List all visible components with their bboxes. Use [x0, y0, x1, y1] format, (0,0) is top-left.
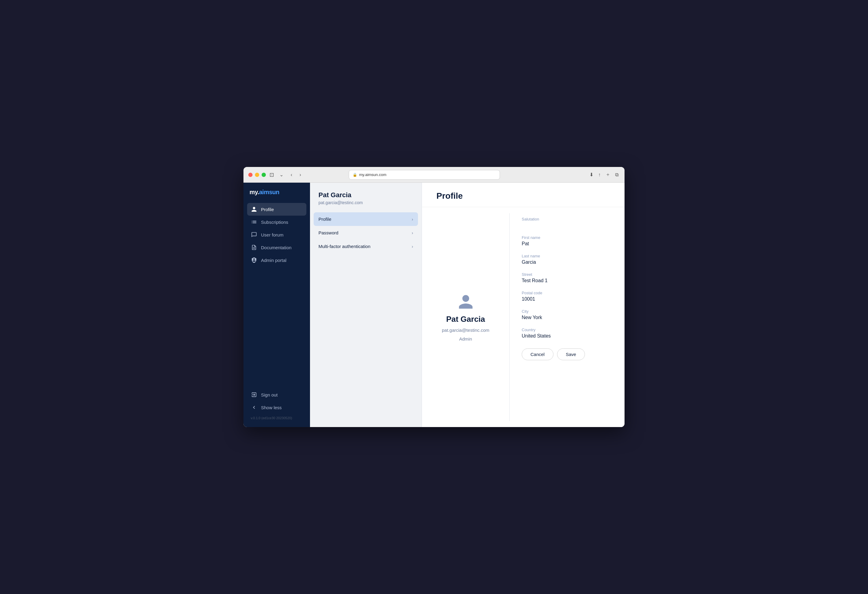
maximize-button[interactable] [261, 173, 266, 177]
doc-icon [251, 244, 257, 251]
traffic-lights [248, 173, 266, 177]
profile-right: Salutation First name Pat Last name Garc… [509, 207, 624, 427]
main-body: Pat Garcia pat.garcia@testinc.com Admin … [422, 207, 624, 427]
salutation-label: Salutation [522, 217, 613, 222]
middle-user-email: pat.garcia@testinc.com [319, 200, 413, 205]
main-header: Profile [422, 183, 624, 207]
show-less-label: Show less [261, 405, 282, 410]
version-text: v.0.1.0 (ed1ce30 20230520) [247, 414, 306, 421]
last-name-field: Last name Garcia [522, 254, 613, 265]
sidebar-nav: Profile Subscriptions [244, 203, 310, 384]
shield-icon [251, 257, 257, 263]
share-icon[interactable]: ↑ [597, 171, 602, 179]
sidebar-item-documentation[interactable]: Documentation [247, 241, 306, 254]
tab-overview-icon[interactable]: ⧉ [614, 171, 620, 179]
street-label: Street [522, 272, 613, 277]
profile-display-name: Pat Garcia [446, 315, 485, 324]
profile-avatar-area: Pat Garcia pat.garcia@testinc.com Admin [442, 293, 489, 341]
sign-out-label: Sign out [261, 392, 278, 397]
back-button[interactable]: ‹ [289, 171, 294, 179]
first-name-label: First name [522, 235, 613, 240]
browser-window: ⊡ ⌄ ‹ › 🔒 my.aimsun.com ⬇ ↑ ＋ ⧉ my.aimsu… [244, 167, 624, 427]
sidebar-item-profile[interactable]: Profile [247, 203, 306, 216]
sidebar-user-forum-label: User forum [261, 232, 283, 238]
chevron-left-icon [251, 404, 257, 411]
form-actions: Cancel Save [522, 349, 613, 360]
middle-menu-password-label: Password [319, 230, 338, 235]
salutation-value [522, 223, 613, 228]
app-logo: my.aimsun [244, 183, 310, 203]
city-value: New York [522, 315, 613, 320]
sidebar-profile-label: Profile [261, 207, 274, 212]
address-bar[interactable]: 🔒 my.aimsun.com [349, 170, 500, 180]
cancel-button[interactable]: Cancel [522, 349, 554, 360]
sidebar-admin-portal-label: Admin portal [261, 258, 286, 263]
sidebar-item-admin-portal[interactable]: Admin portal [247, 254, 306, 266]
country-field: Country United States [522, 328, 613, 339]
sidebar-item-subscriptions[interactable]: Subscriptions [247, 216, 306, 228]
close-button[interactable] [248, 173, 252, 177]
middle-panel-user: Pat Garcia pat.garcia@testinc.com [310, 183, 422, 212]
forward-button[interactable]: › [298, 171, 303, 179]
sidebar-toggle-button[interactable]: ⊡ [269, 171, 274, 178]
password-chevron-right-icon: › [412, 231, 413, 235]
new-tab-icon[interactable]: ＋ [604, 170, 611, 179]
chevron-down-icon[interactable]: ⌄ [278, 171, 285, 179]
list-icon [251, 219, 257, 225]
last-name-label: Last name [522, 254, 613, 258]
show-less-button[interactable]: Show less [247, 401, 306, 414]
middle-user-name: Pat Garcia [319, 191, 413, 199]
sidebar-documentation-label: Documentation [261, 245, 292, 250]
profile-display-email: pat.garcia@testinc.com [442, 328, 489, 333]
sidebar-bottom: Sign out Show less v.0.1.0 (ed1ce30 2023… [244, 384, 310, 427]
middle-menu: Profile › Password › Multi-factor authen… [310, 212, 422, 253]
middle-panel: Pat Garcia pat.garcia@testinc.com Profil… [310, 183, 422, 427]
save-button[interactable]: Save [557, 349, 585, 360]
sign-out-button[interactable]: Sign out [247, 388, 306, 401]
profile-chevron-right-icon: › [412, 217, 413, 222]
sidebar: my.aimsun Profile [244, 183, 310, 427]
sidebar-subscriptions-label: Subscriptions [261, 220, 288, 225]
lock-icon: 🔒 [353, 173, 357, 177]
signout-icon [251, 392, 257, 398]
city-label: City [522, 309, 613, 314]
logo-aimsun: aimsun [259, 189, 279, 195]
mfa-chevron-right-icon: › [412, 244, 413, 249]
middle-menu-profile-label: Profile [319, 217, 331, 222]
postal-code-label: Postal code [522, 291, 613, 295]
middle-menu-profile[interactable]: Profile › [314, 212, 418, 226]
forum-icon [251, 231, 257, 238]
middle-menu-mfa-label: Multi-factor authentication [319, 244, 371, 249]
page-title: Profile [436, 191, 610, 201]
middle-menu-mfa[interactable]: Multi-factor authentication › [314, 239, 418, 253]
avatar [457, 293, 475, 311]
postal-code-field: Postal code 10001 [522, 291, 613, 302]
salutation-field: Salutation [522, 217, 613, 228]
app-layout: my.aimsun Profile [244, 183, 624, 427]
street-value: Test Road 1 [522, 278, 613, 284]
country-label: Country [522, 328, 613, 332]
middle-menu-password[interactable]: Password › [314, 226, 418, 239]
street-field: Street Test Road 1 [522, 272, 613, 284]
url-text: my.aimsun.com [359, 172, 386, 177]
last-name-value: Garcia [522, 260, 613, 265]
browser-actions: ⬇ ↑ ＋ ⧉ [588, 170, 620, 179]
minimize-button[interactable] [255, 173, 259, 177]
profile-display-role: Admin [459, 336, 472, 341]
country-value: United States [522, 333, 613, 339]
postal-code-value: 10001 [522, 296, 613, 302]
profile-left: Pat Garcia pat.garcia@testinc.com Admin [422, 207, 509, 427]
first-name-field: First name Pat [522, 235, 613, 247]
browser-chrome: ⊡ ⌄ ‹ › 🔒 my.aimsun.com ⬇ ↑ ＋ ⧉ [244, 167, 624, 183]
sidebar-item-user-forum[interactable]: User forum [247, 228, 306, 241]
city-field: City New York [522, 309, 613, 320]
person-icon [251, 206, 257, 213]
first-name-value: Pat [522, 241, 613, 247]
logo-my: my. [249, 189, 259, 195]
main-content: Profile Pat Garcia pat.garcia@testinc.co… [422, 183, 624, 427]
download-icon[interactable]: ⬇ [588, 171, 595, 179]
